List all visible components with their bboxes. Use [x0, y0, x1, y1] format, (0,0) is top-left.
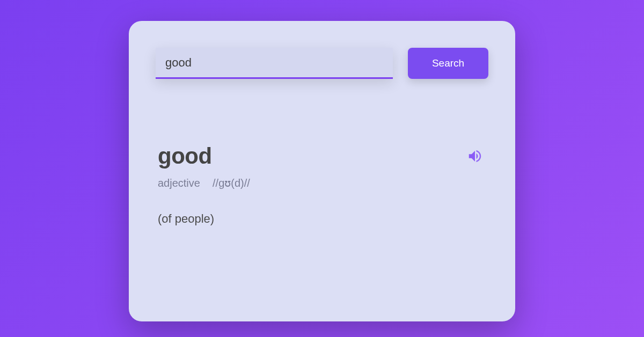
pronounce-button[interactable] [464, 145, 486, 167]
result-word: good [158, 143, 212, 169]
word-meta: adjective //gʊ(d)// [158, 177, 486, 189]
search-button[interactable]: Search [408, 48, 488, 79]
word-row: good [158, 143, 486, 169]
speaker-icon [467, 148, 483, 164]
part-of-speech: adjective [158, 177, 200, 189]
definition-text: (of people) [158, 212, 486, 226]
phonetic: //gʊ(d)// [213, 177, 250, 189]
search-row: Search [156, 48, 488, 79]
search-input[interactable] [156, 48, 393, 79]
dictionary-card: Search good adjective //gʊ(d)// (of peop… [129, 21, 515, 321]
result-section: good adjective //gʊ(d)// (of people) [156, 143, 488, 226]
